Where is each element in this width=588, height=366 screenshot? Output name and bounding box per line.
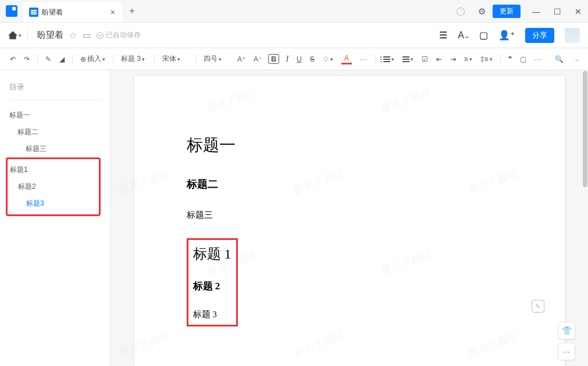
watermark: 极光下载站 [377, 247, 432, 278]
check-icon [97, 32, 104, 39]
clear-format-button[interactable]: ◢ [58, 54, 66, 64]
toc-item[interactable]: 标题2 [10, 178, 97, 195]
watermark: 极光下载站 [465, 329, 519, 360]
highlight-button[interactable]: ♢▾ [321, 54, 335, 64]
number-list-button[interactable]: ▾ [401, 55, 415, 63]
decrease-font-button[interactable]: A⁻ [252, 54, 263, 64]
title-bar: ▾ 盼望着 ☆ ▭ 已自动保存 ☰ A₌ ▢ 👤⁺ 分享 [0, 23, 588, 48]
share-button[interactable]: 分享 [525, 28, 554, 43]
watermark: 极光下载站 [290, 329, 344, 360]
toc-item[interactable]: 标题1 [10, 162, 97, 178]
more-icon[interactable]: ··· [558, 343, 575, 360]
user-avatar[interactable] [565, 28, 580, 43]
home-icon [8, 31, 17, 40]
checklist-button[interactable]: ☑ [420, 54, 430, 64]
update-button[interactable]: 更新 [493, 5, 521, 18]
editor-area[interactable]: 极光下载站 极光下载站 极光下载站 极光下载站 极光下载站 极光下载站 极光下载… [111, 70, 588, 366]
heading-3[interactable]: 标题三 [187, 210, 512, 221]
toc-item[interactable]: 标题一 [9, 107, 101, 124]
close-window-button[interactable]: ✕ [568, 0, 588, 23]
table-of-contents: 标题一 标题二 标题三 标题1 标题2 标题3 [9, 107, 101, 216]
autosave-status: 已自动保存 [97, 30, 141, 40]
heading-2[interactable]: 标题二 [187, 177, 512, 191]
underline-button[interactable]: U [295, 54, 304, 64]
divider [27, 30, 28, 41]
add-user-icon[interactable]: 👤⁺ [498, 30, 515, 41]
document-tab[interactable]: 盼望着 × [23, 2, 122, 22]
outdent-button[interactable]: ⇤ [434, 54, 444, 64]
watermark: 极光下载站 [203, 85, 257, 116]
settings-icon[interactable]: ⚙ [472, 0, 491, 23]
app-logo[interactable] [0, 0, 23, 22]
heading-1-alt[interactable]: 标题 1 [193, 245, 231, 263]
watermark: 极光下载站 [116, 166, 170, 197]
folder-icon[interactable]: ▭ [83, 30, 91, 41]
star-icon[interactable]: ☆ [69, 30, 77, 41]
format-painter-button[interactable]: ✎ [44, 54, 53, 64]
scrollbar-thumb[interactable] [583, 71, 587, 187]
bold-button[interactable]: B [268, 54, 279, 64]
toc-item-active[interactable]: 标题3 [10, 195, 97, 212]
heading-3-alt[interactable]: 标题 3 [193, 309, 231, 320]
chevron-down-icon: ▾ [19, 33, 22, 38]
code-button[interactable]: ▢ [518, 54, 528, 64]
quote-button[interactable]: ❞ [507, 54, 514, 64]
watermark: 极光下载站 [377, 85, 432, 116]
formatting-toolbar: ↶ ↷ ✎ ◢ ⊕插入▾ 标题 3▾ 宋体▾ 四号▾ A⁺ A⁻ B I U S… [0, 48, 588, 70]
toc-item[interactable]: 标题二 [9, 124, 101, 141]
vertical-scrollbar[interactable] [582, 70, 588, 366]
heading-2-alt[interactable]: 标题 2 [193, 279, 231, 293]
undo-button[interactable]: ↶ [8, 54, 17, 64]
outline-title: 目录 [9, 82, 101, 92]
increase-font-button[interactable]: A⁺ [236, 54, 247, 64]
workspace: 目录 标题一 标题二 标题三 标题1 标题2 标题3 极光下载站 极光下载站 极… [0, 70, 588, 366]
toc-item[interactable]: 标题三 [9, 141, 101, 157]
italic-button[interactable]: I [284, 53, 290, 65]
line-spacing-button[interactable]: ‡≡▾ [479, 54, 494, 64]
align-button[interactable]: ≡▾ [462, 54, 474, 64]
more-format-button[interactable]: ··· [358, 54, 369, 64]
add-tab-button[interactable]: + [122, 0, 142, 22]
font-select[interactable]: 宋体▾ [161, 53, 190, 65]
toc-highlight-box: 标题1 标题2 标题3 [6, 157, 101, 216]
redo-button[interactable]: ↷ [22, 54, 31, 64]
sync-icon[interactable] [451, 0, 471, 23]
insert-button[interactable]: ⊕插入▾ [79, 53, 107, 65]
document-title[interactable]: 盼望着 [37, 30, 63, 41]
doc-icon [29, 8, 38, 17]
menu-icon[interactable]: ☰ [439, 30, 447, 41]
document-highlight-box: 标题 1 标题 2 标题 3 [187, 238, 238, 326]
more-tools-button[interactable]: ··· [533, 54, 544, 64]
bullet-list-button[interactable]: ▾ [382, 55, 396, 63]
heading-select[interactable]: 标题 3▾ [119, 53, 148, 65]
home-button[interactable]: ▾ [8, 31, 22, 40]
strikethrough-button[interactable]: S [308, 54, 316, 64]
present-icon[interactable]: ▢ [479, 30, 488, 41]
font-color-button[interactable]: A [340, 53, 354, 66]
watermark: 极光下载站 [116, 329, 170, 360]
minimize-button[interactable]: — [526, 0, 546, 23]
search-button[interactable]: 🔍 [553, 54, 565, 64]
tab-bar: 盼望着 × + ⚙ 更新 — ☐ ✕ [0, 0, 588, 23]
collapse-toolbar-button[interactable]: ⌵ [573, 55, 580, 63]
maximize-button[interactable]: ☐ [547, 0, 567, 23]
floating-toolbar: 👕 ··· [558, 322, 575, 360]
document-page[interactable]: 极光下载站 极光下载站 极光下载站 极光下载站 极光下载站 极光下载站 极光下载… [134, 76, 565, 366]
size-select[interactable]: 四号▾ [202, 53, 231, 65]
add-comment-button[interactable]: ✎ [532, 300, 544, 313]
tab-title: 盼望着 [42, 8, 63, 17]
font-format-icon[interactable]: A₌ [458, 30, 469, 41]
divider [9, 99, 101, 100]
outfit-icon[interactable]: 👕 [558, 322, 575, 339]
heading-1[interactable]: 标题一 [187, 134, 512, 156]
indent-button[interactable]: ⇥ [448, 54, 458, 64]
close-tab-icon[interactable]: × [111, 8, 115, 17]
outline-sidebar: 目录 标题一 标题二 标题三 标题1 标题2 标题3 [0, 70, 111, 366]
